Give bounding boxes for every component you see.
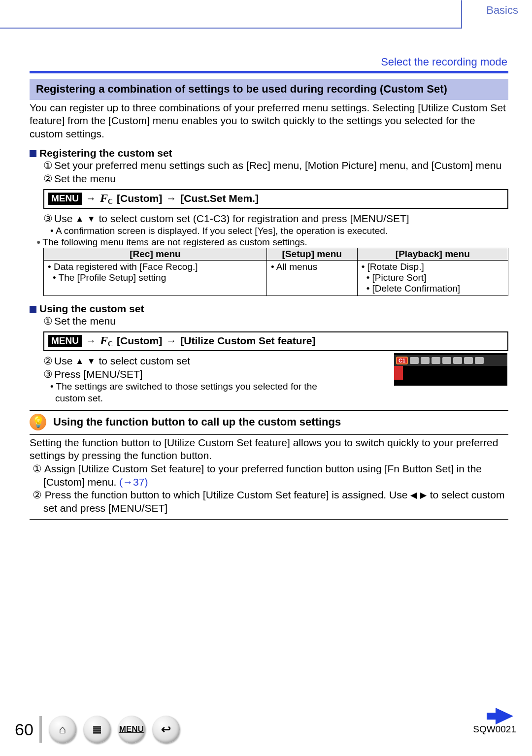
menu-badge-icon: MENU bbox=[48, 335, 82, 347]
register-note: A confirmation screen is displayed. If y… bbox=[55, 225, 508, 237]
col-playback: [Playback] menu bbox=[357, 248, 508, 261]
up-down-icon: ▲ ▼ bbox=[75, 357, 96, 366]
register-heading: Registering the custom set bbox=[30, 147, 508, 159]
use-heading: Using the custom set bbox=[30, 303, 508, 315]
square-bullet-icon bbox=[30, 306, 36, 313]
status-icon bbox=[475, 357, 484, 364]
section-rule bbox=[30, 71, 508, 73]
tip-intro: Setting the function button to [Utilize … bbox=[30, 436, 508, 462]
document-code: SQW0021 bbox=[473, 724, 516, 735]
list-icon: ≣ bbox=[92, 723, 102, 736]
cell-playback: • [Rotate Disp.] • [Picture Sort] • [Del… bbox=[357, 261, 508, 296]
chapter-label: Basics bbox=[486, 4, 518, 17]
tip-heading-row: 💡 Using the function button to call up t… bbox=[30, 410, 508, 430]
back-icon: ↩ bbox=[161, 723, 171, 736]
status-icon bbox=[410, 357, 419, 364]
register-step-3: ③Use ▲ ▼ to select custom set (C1-C3) fo… bbox=[43, 212, 508, 226]
status-icon bbox=[464, 357, 473, 364]
contents-button[interactable]: ≣ bbox=[83, 716, 111, 743]
rule bbox=[30, 519, 508, 520]
section-link[interactable]: Select the recording mode bbox=[381, 56, 507, 68]
page-footer: 60 ⌂ ≣ MENU ↩ SQW0021 bbox=[15, 716, 516, 743]
tip-heading: Using the function button to call up the… bbox=[53, 416, 341, 428]
divider bbox=[39, 716, 42, 743]
topic-banner: Registering a combination of settings to… bbox=[30, 79, 508, 100]
rule bbox=[30, 434, 508, 435]
page-number: 60 bbox=[15, 720, 33, 739]
status-icon bbox=[432, 357, 440, 364]
custom-wrench-icon: FC bbox=[100, 334, 113, 348]
header-rule-corner bbox=[461, 0, 462, 28]
back-button[interactable]: ↩ bbox=[152, 716, 180, 743]
cell-rec: • Data registered with [Face Recog.] • T… bbox=[44, 261, 267, 296]
excluded-items-table: [Rec] menu [Setup] menu [Playback] menu … bbox=[43, 248, 508, 296]
register-step-2: ②Set the menu bbox=[43, 172, 508, 186]
square-bullet-icon bbox=[30, 150, 36, 157]
lightbulb-icon: 💡 bbox=[30, 414, 46, 430]
status-icon bbox=[442, 357, 451, 364]
menu-badge-icon: MENU bbox=[48, 193, 82, 205]
menu-button[interactable]: MENU bbox=[118, 716, 145, 743]
register-menu-path: MENU → FC [Custom] → [Cust.Set Mem.] bbox=[43, 189, 508, 209]
use-menu-path: MENU → FC [Custom] → [Utilize Custom Set… bbox=[43, 331, 508, 351]
status-icon bbox=[453, 357, 462, 364]
col-setup: [Setup] menu bbox=[266, 248, 357, 261]
left-right-icon: ◀ ▶ bbox=[410, 491, 427, 500]
cross-reference-link[interactable]: (→37) bbox=[119, 476, 148, 488]
tip-step-1: ① Assign [Utilize Custom Set feature] to… bbox=[30, 462, 508, 489]
register-table-lead: The following menu items are not registe… bbox=[43, 237, 508, 248]
register-step-1: ①Set your preferred menu settings such a… bbox=[43, 159, 508, 172]
tip-step-2: ② Press the function button to which [Ut… bbox=[30, 489, 508, 515]
use-step-2: ②Use ▲ ▼ to select custom set bbox=[43, 355, 344, 368]
use-note: The settings are switched to those setti… bbox=[55, 381, 346, 404]
col-rec: [Rec] menu bbox=[44, 248, 267, 261]
cell-setup: • All menus bbox=[266, 261, 357, 296]
menu-label: MENU bbox=[119, 724, 144, 734]
screen-thumbnail: C1 bbox=[394, 353, 507, 386]
custom-wrench-icon: FC bbox=[100, 192, 113, 206]
red-indicator-icon bbox=[394, 366, 403, 380]
header-rule bbox=[0, 28, 462, 29]
home-button[interactable]: ⌂ bbox=[49, 716, 76, 743]
use-step-1: ①Set the menu bbox=[43, 315, 508, 328]
up-down-icon: ▲ ▼ bbox=[75, 214, 96, 224]
status-icon bbox=[421, 357, 430, 364]
intro-text: You can register up to three combination… bbox=[30, 101, 508, 141]
c1-badge-icon: C1 bbox=[396, 357, 408, 364]
home-icon: ⌂ bbox=[59, 723, 66, 736]
